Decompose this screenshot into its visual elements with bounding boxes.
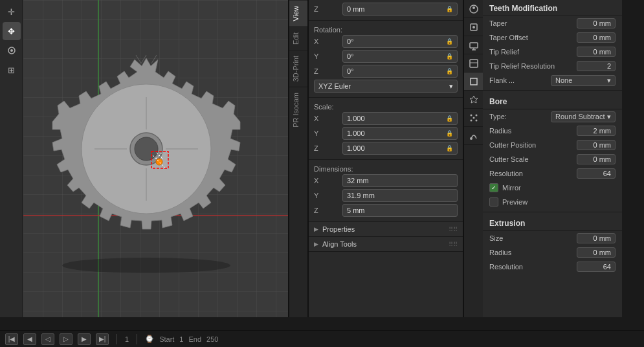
dim-x-row: X 32 mm — [314, 174, 458, 187]
scale-x-value: 1.000 — [347, 115, 365, 122]
svg-point-5 — [135, 137, 158, 161]
rotation-y-lock-icon[interactable]: 🔒 — [446, 53, 453, 60]
gear-svg — [43, 26, 263, 285]
scale-z-lock-icon[interactable]: 🔒 — [446, 145, 453, 151]
cutter-position-value[interactable]: 0 mm — [577, 140, 616, 150]
divider-1 — [483, 90, 622, 91]
scale-x-label: X — [314, 115, 340, 122]
vtab-scene[interactable] — [464, 0, 483, 18]
vtab-view[interactable] — [464, 54, 483, 73]
tip-relief-row: Tip Relief 0 mm — [483, 45, 622, 59]
align-tools-collapse[interactable]: ▶ Align Tools ⠿⠿ — [309, 237, 463, 252]
tip-relief-resolution-value[interactable]: 2 — [577, 61, 616, 71]
mirror-checkbox[interactable]: ✓ — [489, 183, 498, 192]
properties-panel: Z 0 mm 🔒 Rotation: X 0° 🔒 Y — [308, 0, 463, 317]
rotation-x-lock-icon[interactable]: 🔒 — [446, 38, 453, 45]
scale-z-value: 1.000 — [347, 144, 365, 152]
rotation-header: Rotation: — [314, 23, 458, 35]
tab-edit[interactable]: Edit — [289, 27, 307, 50]
align-tools-label: Align Tools — [322, 240, 357, 248]
svg-rect-22 — [470, 60, 478, 67]
dim-x-field[interactable]: 32 mm — [342, 174, 458, 187]
playback-play-btn[interactable]: ▷ — [60, 333, 72, 345]
vtab-output[interactable] — [464, 36, 483, 54]
dim-z-label: Z — [314, 207, 340, 214]
dim-x-value: 32 mm — [347, 177, 369, 185]
scale-x-field[interactable]: 1.000 🔒 — [342, 112, 458, 125]
align-tools-dots: ⠿⠿ — [449, 241, 458, 248]
scale-y-lock-icon[interactable]: 🔒 — [446, 130, 453, 137]
bore-type-value: Round Subtract — [555, 113, 605, 120]
playback-end-btn[interactable]: ▶| — [96, 333, 109, 345]
flank-label: Flank ... — [489, 76, 548, 84]
svg-point-16 — [472, 6, 475, 9]
dim-y-row: Y 31.9 mm — [314, 189, 458, 202]
grid-icon[interactable]: ⊞ — [3, 61, 21, 79]
cutter-scale-label: Cutter Scale — [489, 155, 574, 163]
svg-point-2 — [62, 258, 230, 273]
rotation-y-label: Y — [314, 52, 340, 60]
bore-resolution-value[interactable]: 64 — [577, 168, 616, 179]
playback-start-btn[interactable]: |◀ — [5, 333, 18, 345]
playback-next-btn[interactable]: ▶ — [78, 333, 91, 345]
playback-prev-btn[interactable]: ◀ — [23, 333, 36, 345]
preview-checkbox[interactable] — [489, 197, 498, 207]
euler-dropdown-icon: ▾ — [449, 82, 453, 91]
flank-select[interactable]: None ▾ — [551, 75, 616, 86]
svg-point-27 — [473, 117, 475, 118]
cursor-icon[interactable]: ✛ — [3, 3, 21, 21]
bore-radius-value[interactable]: 2 mm — [577, 126, 616, 136]
extrusion-resolution-value[interactable]: 64 — [577, 262, 616, 272]
scale-y-row: Y 1.000 🔒 — [314, 127, 458, 140]
viewport[interactable] — [23, 0, 289, 317]
scale-y-field[interactable]: 1.000 🔒 — [342, 127, 458, 140]
extrusion-resolution-row: Resolution 64 — [483, 260, 622, 274]
vtab-modifier[interactable] — [464, 91, 483, 109]
bb-divider-2 — [137, 334, 137, 344]
rotation-y-field[interactable]: 0° 🔒 — [342, 50, 458, 63]
svg-point-10 — [156, 159, 162, 165]
camera-orbit-icon[interactable] — [3, 41, 21, 60]
scale-label: Scale: — [314, 103, 334, 111]
tip-relief-value[interactable]: 0 mm — [577, 47, 616, 57]
bottom-bar: |◀ ◀ ◁ ▷ ▶ ▶| 1 ⌚ Start 1 End 250 — [0, 330, 644, 347]
preview-label: Preview — [502, 198, 616, 206]
dim-z-field[interactable]: 5 mm — [342, 204, 458, 217]
tab-pr-isocam[interactable]: PR Isocam — [289, 87, 307, 133]
z-lock-icon[interactable]: 🔒 — [446, 6, 453, 12]
flank-row: Flank ... None ▾ — [483, 73, 622, 87]
bore-type-select[interactable]: Round Subtract ▾ — [551, 111, 616, 122]
extrusion-radius-row: Radius 0 mm — [483, 245, 622, 260]
bb-divider-1 — [117, 334, 117, 344]
rotation-y-row: Y 0° 🔒 — [314, 50, 458, 63]
taper-value[interactable]: 0 mm — [577, 18, 616, 28]
cutter-scale-value[interactable]: 0 mm — [577, 154, 616, 164]
taper-offset-value[interactable]: 0 mm — [577, 32, 616, 43]
scale-x-lock-icon[interactable]: 🔒 — [446, 115, 453, 122]
rotation-x-field[interactable]: 0° 🔒 — [342, 35, 458, 48]
euler-mode-select[interactable]: XYZ Euler ▾ — [314, 80, 458, 93]
vtab-render[interactable] — [464, 18, 483, 36]
move-icon[interactable]: ✥ — [3, 22, 21, 40]
tip-relief-resolution-label: Tip Relief Resolution — [489, 62, 574, 70]
taper-label: Taper — [489, 19, 574, 27]
playback-back-btn[interactable]: ◁ — [41, 333, 54, 345]
vtab-physics[interactable] — [464, 127, 483, 145]
svg-point-25 — [471, 114, 472, 116]
rotation-z-lock-icon[interactable]: 🔒 — [446, 68, 453, 74]
z-field[interactable]: 0 mm 🔒 — [342, 3, 458, 16]
extrusion-size-value[interactable]: 0 mm — [577, 233, 616, 243]
euler-mode-value: XYZ Euler — [318, 82, 351, 90]
vtab-particles[interactable] — [464, 109, 483, 127]
scale-z-label: Z — [314, 144, 340, 152]
scale-z-row: Z 1.000 🔒 — [314, 142, 458, 155]
scale-z-field[interactable]: 1.000 🔒 — [342, 142, 458, 155]
properties-collapse[interactable]: ▶ Properties ⠿⠿ — [309, 222, 463, 237]
vtab-object[interactable] — [464, 73, 483, 91]
dim-y-label: Y — [314, 192, 340, 199]
tab-3dprint[interactable]: 3D-Print — [289, 50, 307, 87]
extrusion-radius-value[interactable]: 0 mm — [577, 247, 616, 258]
tab-view[interactable]: View — [289, 0, 307, 27]
dim-y-field[interactable]: 31.9 mm — [342, 189, 458, 202]
rotation-z-field[interactable]: 0° 🔒 — [342, 65, 458, 78]
